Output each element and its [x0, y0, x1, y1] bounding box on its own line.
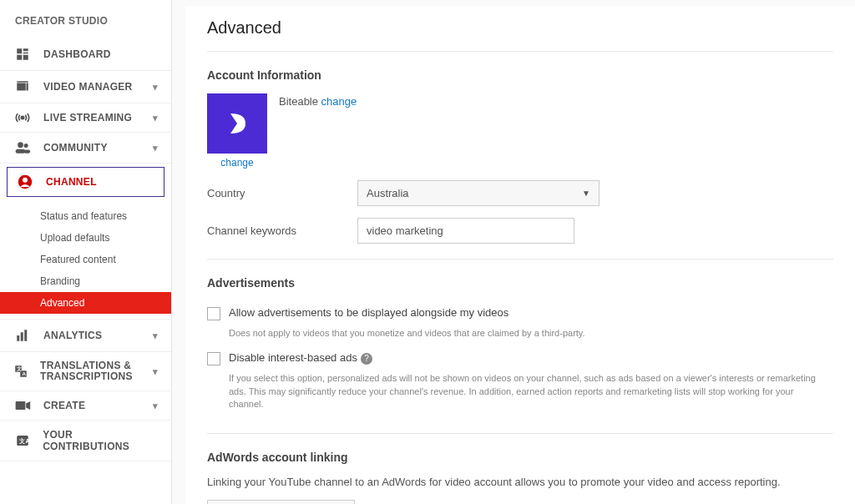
sidebar-item-label: YOUR CONTRIBUTIONS — [43, 429, 158, 452]
translate-icon: 文A — [13, 364, 28, 379]
sidebar-item-label: DASHBOARD — [43, 48, 111, 60]
disable-interest-ads-checkbox[interactable] — [207, 352, 220, 365]
sidebar-item-contributions[interactable]: 文A YOUR CONTRIBUTIONS — [0, 421, 171, 461]
section-account: Account Information change Biteable chan… — [207, 52, 833, 260]
sidebar-item-analytics[interactable]: ANALYTICS ▾ — [0, 320, 171, 352]
svg-marker-21 — [26, 401, 30, 410]
avatar-change-link[interactable]: change — [207, 154, 267, 169]
chevron-down-icon: ▾ — [153, 143, 158, 154]
chevron-down-icon: ▾ — [153, 113, 158, 123]
help-icon[interactable]: ? — [361, 353, 372, 365]
section-adwords: AdWords account linking Linking your You… — [207, 434, 833, 504]
country-label: Country — [207, 187, 337, 199]
chevron-down-icon: ▾ — [153, 401, 158, 411]
section-title-ads: Advertisements — [207, 260, 833, 301]
chevron-down-icon: ▾ — [153, 366, 158, 376]
channel-name: Biteable — [279, 95, 318, 108]
svg-rect-3 — [17, 55, 22, 60]
community-icon — [13, 141, 32, 154]
svg-text:A: A — [23, 371, 27, 376]
svg-rect-12 — [24, 150, 30, 154]
channel-keywords-input[interactable] — [357, 218, 574, 244]
country-value: Australia — [367, 187, 409, 199]
sidebar-item-label: CREATE — [43, 400, 85, 411]
svg-point-10 — [24, 144, 28, 148]
sidebar-item-label: TRANSLATIONS & TRANSCRIPTIONS — [40, 360, 141, 382]
chevron-down-icon: ▾ — [153, 82, 158, 93]
channel-avatar — [207, 93, 267, 154]
analytics-icon — [13, 328, 32, 343]
svg-rect-17 — [24, 330, 27, 341]
channel-icon — [16, 174, 34, 189]
svg-rect-7 — [27, 83, 28, 91]
channel-subitems: Status and features Upload defaults Feat… — [0, 200, 171, 320]
svg-text:文A: 文A — [18, 437, 29, 445]
sidebar-item-translations[interactable]: 文A TRANSLATIONS & TRANSCRIPTIONS ▾ — [0, 352, 171, 391]
create-icon — [13, 400, 32, 411]
svg-point-9 — [18, 142, 23, 148]
svg-text:文: 文 — [16, 365, 22, 371]
sidebar-item-dashboard[interactable]: DASHBOARD — [0, 38, 171, 71]
svg-rect-6 — [17, 81, 28, 83]
svg-rect-20 — [16, 401, 26, 410]
link-adwords-button[interactable]: Link an AdWords account — [207, 500, 355, 504]
sidebar-item-label: VIDEO MANAGER — [43, 81, 133, 93]
caret-down-icon: ▼ — [582, 189, 590, 198]
section-advertisements: Advertisements Allow advertisements to b… — [207, 260, 833, 434]
sidebar-item-live-streaming[interactable]: LIVE STREAMING ▾ — [0, 103, 171, 133]
sidebar-item-label: COMMUNITY — [43, 142, 108, 154]
video-manager-icon — [13, 79, 32, 94]
svg-point-8 — [21, 116, 23, 118]
dashboard-icon — [13, 47, 32, 62]
sidebar-item-label: ANALYTICS — [43, 330, 102, 341]
svg-rect-1 — [23, 48, 28, 51]
sidebar: CREATOR STUDIO DASHBOARD VIDEO MANAGER ▾… — [0, 0, 172, 504]
sidebar-subitem-advanced[interactable]: Advanced — [0, 292, 171, 314]
svg-rect-2 — [23, 53, 28, 54]
channel-name-change-link[interactable]: change — [321, 95, 357, 108]
sidebar-subitem-status[interactable]: Status and features — [0, 205, 171, 227]
sidebar-subitem-upload-defaults[interactable]: Upload defaults — [0, 227, 171, 249]
chevron-down-icon: ▾ — [153, 330, 158, 341]
disable-interest-ads-desc: If you select this option, personalized … — [207, 369, 825, 417]
allow-ads-checkbox[interactable] — [207, 307, 220, 320]
sidebar-subitem-branding[interactable]: Branding — [0, 270, 171, 292]
svg-rect-16 — [21, 332, 23, 341]
sidebar-item-channel[interactable]: CHANNEL — [7, 167, 164, 197]
svg-point-14 — [23, 178, 28, 183]
section-title-account: Account Information — [207, 52, 833, 93]
contributions-icon: 文A — [13, 433, 31, 448]
svg-rect-5 — [17, 83, 26, 91]
sidebar-item-label: CHANNEL — [46, 176, 97, 188]
sidebar-item-video-manager[interactable]: VIDEO MANAGER ▾ — [0, 71, 171, 103]
sidebar-item-community[interactable]: COMMUNITY ▾ — [0, 133, 171, 164]
main-content: Advanced Account Information change Bite… — [172, 0, 855, 504]
sidebar-subitem-featured-content[interactable]: Featured content — [0, 249, 171, 270]
country-select[interactable]: Australia ▼ — [357, 180, 600, 206]
sidebar-item-label: LIVE STREAMING — [43, 112, 132, 123]
keywords-label: Channel keywords — [207, 224, 337, 237]
allow-ads-desc: Does not apply to videos that you moneti… — [207, 324, 825, 346]
svg-rect-4 — [23, 55, 28, 60]
svg-rect-15 — [17, 335, 19, 341]
adwords-desc: Linking your YouTube channel to an AdWor… — [207, 476, 833, 500]
allow-ads-label: Allow advertisements to be displayed alo… — [229, 306, 508, 319]
live-streaming-icon — [13, 112, 32, 123]
sidebar-item-create[interactable]: CREATE ▾ — [0, 391, 171, 421]
section-title-adwords: AdWords account linking — [207, 434, 833, 476]
svg-rect-0 — [17, 48, 22, 53]
svg-rect-11 — [16, 149, 26, 154]
disable-interest-ads-label: Disable interest-based ads? — [229, 351, 372, 365]
sidebar-title: CREATOR STUDIO — [0, 12, 171, 38]
page-title: Advanced — [207, 18, 833, 52]
